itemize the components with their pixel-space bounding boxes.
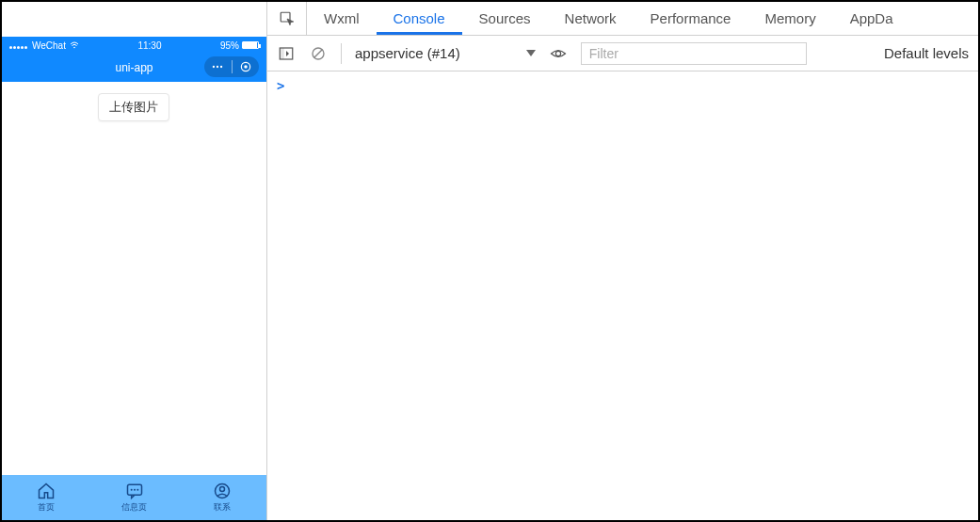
upload-image-button[interactable]: 上传图片	[98, 93, 169, 121]
devtools-tab-label: Memory	[764, 10, 815, 26]
chevron-down-icon	[526, 50, 536, 56]
sidebar-toggle-icon	[278, 45, 295, 62]
nav-title: uni-app	[115, 61, 153, 74]
levels-label: Default levels	[884, 45, 969, 61]
svg-point-3	[220, 66, 222, 68]
eye-icon	[550, 45, 567, 62]
svg-line-16	[314, 49, 323, 57]
tab-label: 信息页	[121, 501, 147, 514]
toolbar-separator	[341, 43, 342, 64]
tab-home[interactable]: 首页	[2, 475, 90, 520]
simulator-top-gap	[2, 2, 266, 37]
devtools-tab-label: Network	[565, 10, 617, 26]
inspect-button[interactable]	[267, 2, 307, 35]
signal-dots-icon	[9, 40, 28, 51]
more-icon	[211, 60, 224, 73]
status-bar-left: WeChat	[9, 40, 79, 51]
capsule	[204, 56, 259, 77]
battery-icon	[242, 41, 259, 49]
status-bar-right: 95%	[220, 40, 259, 51]
tab-performance[interactable]: Performance	[634, 2, 748, 35]
devtools-tab-label: Wxml	[324, 10, 360, 26]
inspect-icon	[279, 10, 296, 27]
devtools-tab-label: Console	[394, 10, 445, 26]
filter-input[interactable]	[581, 42, 807, 65]
simulator-body: 上传图片 首页 信息页 联系	[2, 82, 266, 520]
devtools-tabs: Wxml Console Sources Network Performance…	[267, 2, 978, 36]
svg-point-5	[244, 65, 248, 69]
status-bar-time: 11:30	[79, 40, 220, 51]
console-body[interactable]: >	[267, 71, 978, 520]
svg-point-17	[555, 51, 560, 55]
tab-bar: 首页 信息页 联系	[2, 475, 266, 520]
battery-percent: 95%	[220, 40, 239, 51]
target-icon	[239, 60, 252, 73]
tab-network[interactable]: Network	[548, 2, 634, 35]
user-icon	[213, 482, 232, 500]
tab-label: 联系	[214, 501, 231, 514]
message-icon	[125, 482, 144, 500]
context-selector[interactable]: appservice (#14)	[355, 45, 536, 61]
svg-point-0	[73, 47, 75, 49]
carrier-label: WeChat	[32, 40, 66, 51]
simulator-pane: WeChat 11:30 95% uni-app 上传图片	[2, 2, 267, 520]
capsule-close-button[interactable]	[233, 60, 260, 73]
tab-info[interactable]: 信息页	[90, 475, 179, 520]
devtools-tab-label: AppDa	[850, 10, 893, 26]
devtools-pane: Wxml Console Sources Network Performance…	[267, 2, 978, 520]
devtools-tab-label: Sources	[479, 10, 531, 26]
svg-point-2	[217, 66, 218, 68]
tab-label: 首页	[38, 501, 55, 514]
wifi-icon	[70, 41, 79, 49]
console-prompt: >	[277, 78, 284, 93]
log-levels-selector[interactable]: Default levels	[884, 45, 969, 61]
svg-point-1	[213, 66, 215, 68]
tab-wxml[interactable]: Wxml	[307, 2, 377, 35]
context-label: appservice (#14)	[355, 45, 460, 61]
tab-appdata[interactable]: AppDa	[833, 2, 910, 35]
svg-point-9	[137, 489, 138, 491]
svg-point-7	[130, 489, 132, 491]
devtools-tab-list: Wxml Console Sources Network Performance…	[307, 2, 978, 35]
toggle-sidebar-button[interactable]	[277, 44, 296, 63]
tab-console[interactable]: Console	[377, 2, 462, 35]
svg-rect-14	[280, 48, 284, 59]
clear-console-button[interactable]	[309, 44, 328, 63]
devtools-tab-label: Performance	[651, 10, 731, 26]
live-expression-button[interactable]	[549, 44, 568, 63]
tab-sources[interactable]: Sources	[462, 2, 548, 35]
home-icon	[37, 482, 56, 500]
tab-contact[interactable]: 联系	[178, 475, 266, 520]
capsule-menu-button[interactable]	[204, 60, 232, 73]
nav-bar: uni-app	[2, 54, 266, 82]
status-bar: WeChat 11:30 95%	[2, 37, 266, 54]
svg-point-8	[134, 489, 136, 491]
console-toolbar: appservice (#14) Default levels	[267, 36, 978, 71]
tab-memory[interactable]: Memory	[747, 2, 832, 35]
clear-icon	[310, 45, 327, 62]
svg-point-11	[220, 486, 225, 491]
